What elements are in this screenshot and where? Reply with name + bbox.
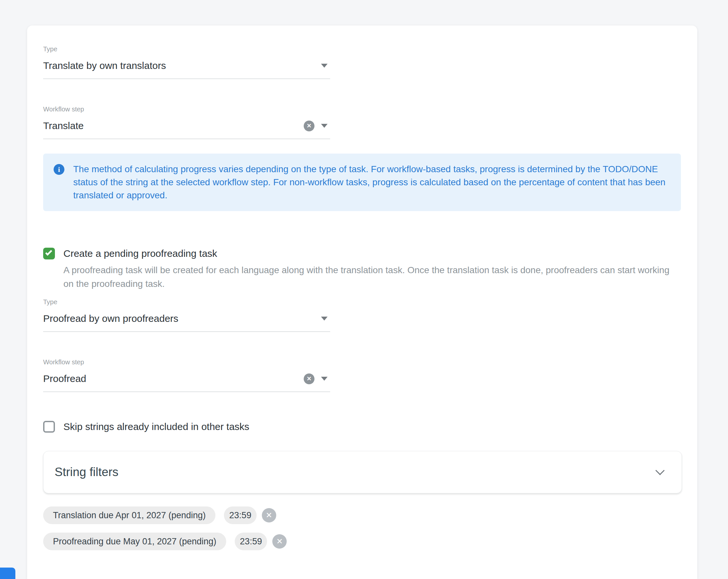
- deadline-chip[interactable]: Proofreading due May 01, 2027 (pending): [43, 532, 226, 550]
- chevron-down-icon: [321, 124, 328, 128]
- remove-deadline-icon[interactable]: ✕: [262, 508, 276, 522]
- clear-icon[interactable]: ✕: [304, 120, 314, 131]
- progress-info-text: The method of calculating progress varie…: [73, 163, 668, 202]
- deadline-row-translation: Translation due Apr 01, 2027 (pending) 2…: [43, 506, 681, 524]
- string-filters-panel[interactable]: String filters: [43, 451, 682, 493]
- chevron-down-icon[interactable]: [655, 466, 665, 475]
- proofreading-workflow-field: Workflow step Proofread ✕: [43, 358, 681, 392]
- deadline-row-proofreading: Proofreading due May 01, 2027 (pending) …: [43, 532, 681, 550]
- proofreading-workflow-value: Proofread: [43, 373, 304, 384]
- deadline-chips: Translation due Apr 01, 2027 (pending) 2…: [43, 506, 681, 550]
- string-filters-title: String filters: [55, 465, 657, 479]
- translation-type-field: Type Translate by own translators: [43, 45, 681, 79]
- proofreading-checkbox-description: A proofreading task will be created for …: [63, 264, 681, 291]
- translation-workflow-field: Workflow step Translate ✕: [43, 105, 681, 139]
- translation-workflow-label: Workflow step: [43, 105, 681, 113]
- remove-deadline-icon[interactable]: ✕: [272, 534, 287, 549]
- deadline-time-chip[interactable]: 23:59: [235, 532, 267, 550]
- translation-type-select[interactable]: Translate by own translators: [43, 53, 330, 79]
- chevron-down-icon: [321, 316, 328, 321]
- skip-option-section: Skip strings already included in other t…: [43, 421, 681, 433]
- clear-icon[interactable]: ✕: [304, 374, 314, 384]
- progress-info-banner: i The method of calculating progress var…: [43, 154, 681, 211]
- skip-strings-checkbox[interactable]: [43, 421, 55, 433]
- translation-workflow-select[interactable]: Translate ✕: [43, 113, 330, 139]
- deadline-chip[interactable]: Translation due Apr 01, 2027 (pending): [43, 506, 215, 524]
- chat-widget-button[interactable]: [0, 568, 16, 579]
- proofreading-workflow-select[interactable]: Proofread ✕: [43, 366, 330, 392]
- deadline-time-chip[interactable]: 23:59: [224, 506, 257, 524]
- translation-type-value: Translate by own translators: [43, 60, 321, 71]
- checkmark-icon: [45, 249, 52, 255]
- proofreading-workflow-label: Workflow step: [43, 358, 681, 366]
- translation-type-label: Type: [43, 45, 681, 53]
- task-form-card: Type Translate by own translators Workfl…: [27, 26, 697, 579]
- translation-workflow-value: Translate: [43, 120, 304, 131]
- chevron-down-icon: [321, 377, 328, 381]
- proofreading-type-select[interactable]: Proofread by own proofreaders: [43, 306, 330, 332]
- proofreading-type-label: Type: [43, 298, 681, 306]
- proofreading-option-section: Create a pending proofreading task A pro…: [43, 248, 681, 291]
- chevron-down-icon: [321, 64, 328, 67]
- info-icon: i: [54, 164, 64, 175]
- skip-strings-checkbox-label: Skip strings already included in other t…: [63, 421, 250, 432]
- proofreading-checkbox-label: Create a pending proofreading task: [63, 248, 217, 259]
- proofreading-type-field: Type Proofread by own proofreaders: [43, 298, 681, 332]
- proofreading-checkbox[interactable]: [43, 248, 55, 259]
- proofreading-type-value: Proofread by own proofreaders: [43, 313, 321, 324]
